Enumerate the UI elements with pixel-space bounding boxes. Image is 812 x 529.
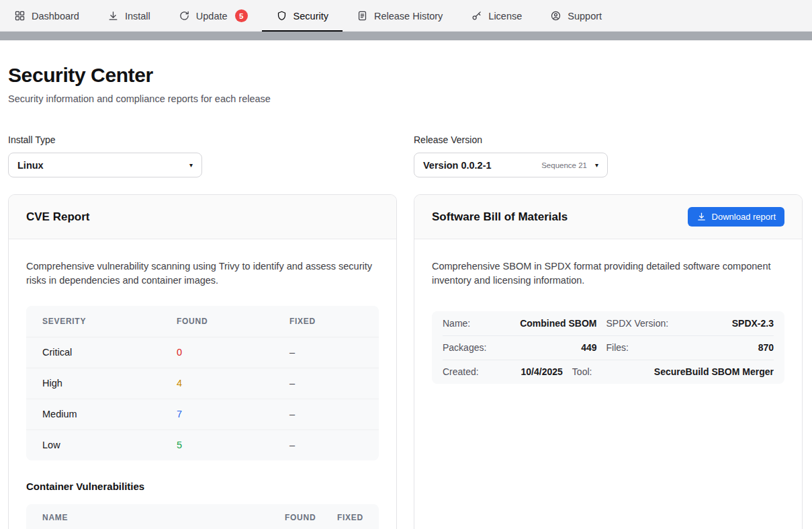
sbom-field-value: SecureBuild SBOM Merger — [654, 366, 774, 377]
nav-item-license[interactable]: License — [457, 0, 536, 32]
fixed-count: – — [289, 409, 363, 419]
top-nav: Dashboard Install Update 5 Security — [0, 0, 812, 32]
security-shield-icon — [276, 10, 287, 22]
sbom-row: Created: 10/4/2025 Tool: SecureBuild SBO… — [443, 360, 774, 384]
sbom-field-label: Packages: — [443, 342, 502, 353]
sbom-field-value: Combined SBOM — [511, 318, 597, 329]
severity-table: Severity Found Fixed Critical 0 – High 4… — [26, 306, 379, 460]
col-fixed: Fixed — [337, 513, 372, 522]
severity-row-high: High 4 – — [26, 368, 379, 399]
severity-row-low: Low 5 – — [26, 430, 379, 460]
fixed-count: – — [289, 378, 363, 389]
severity-label: Medium — [42, 409, 177, 419]
nav-item-dashboard[interactable]: Dashboard — [0, 0, 93, 32]
cve-report-description: Comprehensive vulnerability scanning usi… — [26, 259, 379, 288]
nav-item-release-history[interactable]: Release History — [343, 0, 457, 32]
sbom-field-label: Tool: — [572, 366, 645, 377]
cve-report-title: CVE Report — [26, 210, 89, 224]
nav-item-install[interactable]: Install — [93, 0, 165, 32]
severity-label: Critical — [42, 347, 177, 358]
sbom-field-label: Files: — [606, 342, 679, 353]
sbom-details-panel: Name: Combined SBOM SPDX Version: SPDX-2… — [432, 311, 784, 384]
fixed-count: – — [289, 440, 363, 450]
filters-row: Install Type Linux ▾ Release Version Ver… — [8, 134, 803, 177]
cve-report-header: CVE Report — [9, 195, 396, 239]
found-count: 7 — [177, 409, 289, 419]
release-version-filter: Release Version Version 0.0.2-1 Sequence… — [414, 134, 803, 177]
nav-label: Release History — [374, 11, 443, 22]
update-count-badge: 5 — [235, 9, 248, 22]
support-icon — [550, 10, 561, 22]
sbom-header: Software Bill of Materials Download repo… — [414, 195, 802, 239]
download-report-button[interactable]: Download report — [688, 207, 784, 227]
security-center-page: Security Center Security information and… — [0, 64, 812, 529]
nav-label: Dashboard — [32, 11, 79, 22]
release-version-select[interactable]: Version 0.0.2-1 Sequence 21 ▾ — [414, 153, 608, 177]
col-found: Found — [285, 513, 337, 522]
page-title: Security Center — [8, 64, 803, 87]
download-icon — [696, 212, 707, 222]
sbom-title: Software Bill of Materials — [432, 210, 568, 224]
nav-label: License — [488, 11, 522, 22]
col-fixed: Fixed — [289, 317, 363, 326]
sbom-row: Name: Combined SBOM SPDX Version: SPDX-2… — [443, 311, 774, 335]
found-count: 5 — [177, 440, 289, 450]
cve-report-card: CVE Report Comprehensive vulnerability s… — [8, 194, 397, 529]
col-name: Name — [42, 513, 285, 522]
sequence-badge: Sequence 21 — [541, 161, 587, 169]
nav-item-update[interactable]: Update 5 — [165, 0, 262, 32]
install-type-value: Linux — [17, 160, 44, 171]
page-subtitle: Security information and compliance repo… — [8, 93, 803, 104]
severity-table-header: Severity Found Fixed — [26, 306, 379, 337]
sbom-card: Software Bill of Materials Download repo… — [414, 194, 803, 529]
chevron-down-icon: ▾ — [595, 161, 598, 169]
sbom-field-label: Created: — [443, 366, 502, 377]
nav-label: Update — [196, 11, 228, 22]
sbom-field-label: Name: — [443, 318, 502, 329]
nav-label: Install — [125, 11, 150, 22]
report-cards: CVE Report Comprehensive vulnerability s… — [8, 194, 803, 529]
container-vulnerabilities-title: Container Vulnerabilities — [26, 481, 379, 492]
sbom-field-value: 449 — [511, 342, 597, 353]
col-found: Found — [177, 317, 289, 326]
chevron-down-icon: ▾ — [189, 161, 193, 169]
cve-report-body: Comprehensive vulnerability scanning usi… — [9, 239, 396, 529]
sbom-body: Comprehensive SBOM in SPDX format provid… — [414, 239, 802, 400]
update-icon — [179, 10, 190, 22]
fixed-count: – — [289, 347, 363, 358]
severity-row-medium: Medium 7 – — [26, 399, 379, 430]
nav-item-support[interactable]: Support — [536, 0, 616, 32]
release-history-icon — [357, 10, 368, 22]
sbom-field-label: SPDX Version: — [606, 318, 679, 329]
found-count: 0 — [177, 347, 289, 358]
severity-row-critical: Critical 0 – — [26, 337, 379, 368]
sbom-description: Comprehensive SBOM in SPDX format provid… — [432, 259, 784, 288]
license-key-icon — [471, 10, 482, 22]
dashboard-icon — [14, 10, 26, 22]
nav-label: Support — [568, 11, 602, 22]
install-icon — [107, 10, 119, 22]
severity-label: High — [42, 378, 177, 389]
install-type-label: Install Type — [8, 134, 397, 145]
severity-label: Low — [42, 440, 177, 450]
sbom-row: Packages: 449 Files: 870 — [443, 335, 774, 360]
nav-label: Security — [294, 11, 328, 22]
sbom-field-value: 870 — [688, 342, 774, 353]
sbom-field-value: SPDX-2.3 — [688, 318, 774, 329]
download-report-label: Download report — [712, 212, 776, 222]
release-version-value: Version 0.0.2-1 — [423, 160, 492, 171]
container-vulnerabilities-table-header: Name Found Fixed — [26, 504, 379, 529]
release-version-label: Release Version — [414, 134, 803, 145]
install-type-filter: Install Type Linux ▾ — [8, 134, 397, 177]
col-severity: Severity — [42, 317, 177, 326]
nav-item-security[interactable]: Security — [262, 0, 343, 32]
sbom-field-value: 10/4/2025 — [511, 366, 563, 377]
install-type-select[interactable]: Linux ▾ — [8, 153, 202, 177]
found-count: 4 — [177, 378, 289, 389]
scroll-strip — [0, 32, 812, 40]
